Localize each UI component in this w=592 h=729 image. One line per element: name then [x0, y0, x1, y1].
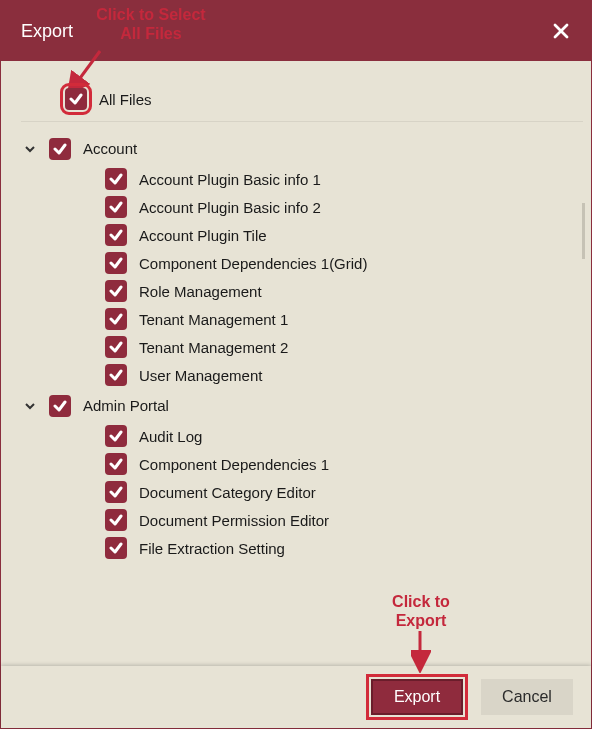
tree-leaf-row: File Extraction Setting	[21, 534, 583, 562]
chevron-down-icon[interactable]	[21, 140, 39, 158]
tree-group-row: Admin Portal	[21, 389, 583, 422]
checkmark-icon	[109, 368, 123, 382]
tree-leaf-row: Component Dependencies 1	[21, 450, 583, 478]
checkmark-icon	[109, 312, 123, 326]
checkmark-icon	[109, 256, 123, 270]
checkmark-icon	[109, 172, 123, 186]
leaf-checkbox[interactable]	[105, 425, 127, 447]
leaf-label: Role Management	[139, 281, 262, 302]
all-files-label: All Files	[99, 89, 152, 110]
tree-leaf-row: Account Plugin Basic info 2	[21, 193, 583, 221]
checkmark-icon	[109, 340, 123, 354]
group-label: Account	[83, 135, 137, 162]
export-dialog: Click to Select All Files Click to Expor…	[0, 0, 592, 729]
group-checkbox[interactable]	[49, 138, 71, 160]
leaf-checkbox[interactable]	[105, 224, 127, 246]
leaf-checkbox[interactable]	[105, 509, 127, 531]
all-files-checkbox[interactable]	[65, 88, 87, 110]
export-button[interactable]: Export	[371, 679, 463, 715]
scrollbar-thumb[interactable]	[582, 203, 585, 259]
leaf-label: Account Plugin Tile	[139, 225, 267, 246]
leaf-label: Account Plugin Basic info 2	[139, 197, 321, 218]
tree-leaf-row: Account Plugin Basic info 1	[21, 165, 583, 193]
leaf-label: Audit Log	[139, 426, 202, 447]
chevron-down-icon[interactable]	[21, 397, 39, 415]
dialog-header: Export	[1, 1, 591, 61]
checkmark-icon	[109, 200, 123, 214]
checkmark-icon	[109, 284, 123, 298]
tree-leaf-row: Role Management	[21, 277, 583, 305]
leaf-checkbox[interactable]	[105, 280, 127, 302]
leaf-checkbox[interactable]	[105, 252, 127, 274]
cancel-button[interactable]: Cancel	[481, 679, 573, 715]
leaf-label: User Management	[139, 365, 262, 386]
tree-leaf-row: Tenant Management 1	[21, 305, 583, 333]
tree-leaf-row: Tenant Management 2	[21, 333, 583, 361]
dialog-title: Export	[21, 21, 73, 42]
close-icon	[553, 23, 569, 39]
tree-leaf-row: Document Permission Editor	[21, 506, 583, 534]
leaf-label: Document Permission Editor	[139, 510, 329, 531]
close-button[interactable]	[549, 19, 573, 43]
group-label: Admin Portal	[83, 392, 169, 419]
leaf-label: Document Category Editor	[139, 482, 316, 503]
leaf-label: Tenant Management 1	[139, 309, 288, 330]
leaf-label: Component Dependencies 1(Grid)	[139, 253, 367, 274]
leaf-checkbox[interactable]	[105, 453, 127, 475]
leaf-checkbox[interactable]	[105, 481, 127, 503]
dialog-footer: Export Cancel	[1, 666, 591, 728]
tree-leaf-row: Audit Log	[21, 422, 583, 450]
leaf-checkbox[interactable]	[105, 308, 127, 330]
checkmark-icon	[109, 513, 123, 527]
leaf-checkbox[interactable]	[105, 537, 127, 559]
tree-group-row: Account	[21, 132, 583, 165]
checkmark-icon	[109, 429, 123, 443]
tree-leaf-row: Component Dependencies 1(Grid)	[21, 249, 583, 277]
leaf-checkbox[interactable]	[105, 196, 127, 218]
checkmark-icon	[109, 228, 123, 242]
leaf-label: Account Plugin Basic info 1	[139, 169, 321, 190]
tree-leaf-row: User Management	[21, 361, 583, 389]
leaf-label: Tenant Management 2	[139, 337, 288, 358]
file-tree: All Files Account Account Plugin Basic i…	[1, 61, 591, 666]
checkmark-icon	[69, 92, 83, 106]
tree-root-row: All Files	[21, 85, 583, 113]
group-checkbox[interactable]	[49, 395, 71, 417]
checkmark-icon	[109, 541, 123, 555]
checkmark-icon	[53, 399, 67, 413]
leaf-checkbox[interactable]	[105, 168, 127, 190]
tree-leaf-row: Account Plugin Tile	[21, 221, 583, 249]
checkmark-icon	[109, 485, 123, 499]
divider	[21, 121, 583, 122]
tree-leaf-row: Document Category Editor	[21, 478, 583, 506]
checkmark-icon	[109, 457, 123, 471]
leaf-label: File Extraction Setting	[139, 538, 285, 559]
leaf-label: Component Dependencies 1	[139, 454, 329, 475]
checkmark-icon	[53, 142, 67, 156]
leaf-checkbox[interactable]	[105, 336, 127, 358]
leaf-checkbox[interactable]	[105, 364, 127, 386]
